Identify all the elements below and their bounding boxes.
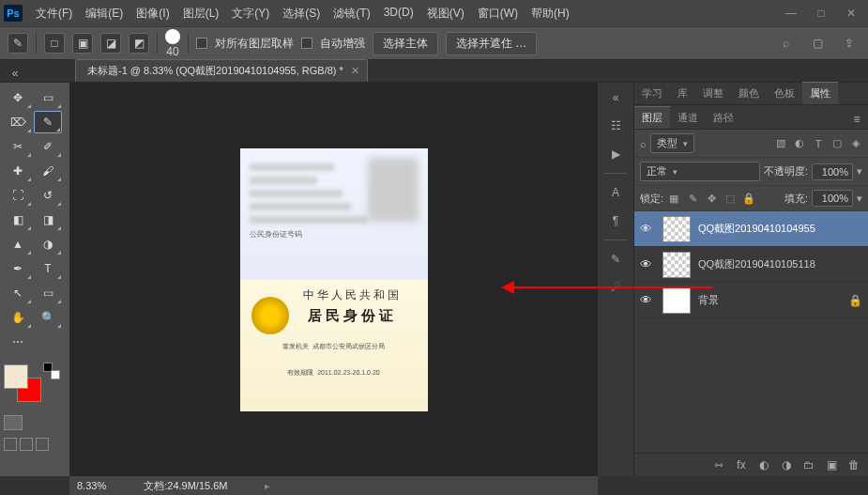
layer-thumbnail[interactable] <box>662 287 691 314</box>
shape-tool[interactable]: ▭ <box>34 282 62 304</box>
tab-learn[interactable]: 学习 <box>634 83 670 104</box>
screen-mode-3[interactable] <box>36 438 49 451</box>
visibility-icon[interactable]: 👁 <box>640 222 655 236</box>
type-tool[interactable]: T <box>34 257 62 280</box>
screen-mode-2[interactable] <box>20 438 33 451</box>
history-icon[interactable]: ☷ <box>604 116 627 135</box>
lock-artboard-icon[interactable]: ⬚ <box>723 192 737 205</box>
visibility-icon[interactable]: 👁 <box>640 293 655 307</box>
menu-layer[interactable]: 图层(L) <box>177 2 225 25</box>
collapse-panels-icon[interactable]: « <box>604 88 627 107</box>
layer-thumbnail[interactable] <box>662 216 691 242</box>
filter-shape-icon[interactable]: ▢ <box>830 137 844 150</box>
tab-channels[interactable]: 通道 <box>670 107 706 129</box>
visibility-icon[interactable]: 👁 <box>640 257 655 271</box>
filter-search-icon[interactable]: ⌕ <box>640 138 647 149</box>
blur-tool[interactable]: ▲ <box>4 233 32 255</box>
intersect-selection-icon[interactable]: ◩ <box>129 33 149 54</box>
zoom-tool[interactable]: 🔍 <box>34 306 62 329</box>
eraser-tool[interactable]: ◧ <box>4 209 32 231</box>
menu-text[interactable]: 文字(Y) <box>226 2 275 25</box>
lock-position-icon[interactable]: ✥ <box>705 192 718 205</box>
link-layers-icon[interactable]: ⇿ <box>710 457 727 472</box>
doc-tab[interactable]: 未标题-1 @ 8.33% (QQ截图20190410104955, RGB/8… <box>75 59 368 82</box>
close-button[interactable]: ✕ <box>838 4 864 23</box>
select-subject-button[interactable]: 选择主体 <box>373 32 438 55</box>
sample-all-checkbox[interactable] <box>196 38 207 49</box>
move-tool[interactable]: ✥ <box>4 86 32 109</box>
new-selection-icon[interactable]: □ <box>44 33 65 54</box>
screen-mode-1[interactable] <box>4 438 17 451</box>
maximize-button[interactable]: □ <box>808 4 834 23</box>
mask-icon[interactable]: ◐ <box>755 457 772 472</box>
filter-type-icon[interactable]: T <box>812 137 825 150</box>
marquee-tool[interactable]: ▭ <box>34 86 62 109</box>
group-icon[interactable]: 🗀 <box>800 457 817 472</box>
tab-swatches[interactable]: 色板 <box>767 83 802 104</box>
chevron-right-icon[interactable]: ▸ <box>265 480 270 492</box>
hand-tool[interactable]: ✋ <box>4 306 32 329</box>
heal-tool[interactable]: ✚ <box>4 160 32 182</box>
default-colors[interactable] <box>43 363 60 379</box>
gradient-tool[interactable]: ◨ <box>34 209 62 231</box>
lock-pixels-icon[interactable]: ✎ <box>686 192 699 205</box>
filter-smart-icon[interactable]: ◈ <box>849 137 862 150</box>
menu-3d[interactable]: 3D(D) <box>378 2 419 25</box>
filter-pixel-icon[interactable]: ▧ <box>774 137 787 150</box>
brush-tool[interactable]: 🖌 <box>34 160 62 182</box>
brush-panel-icon[interactable]: ✎ <box>604 250 627 269</box>
canvas-area[interactable]: 公民身份证号码 中华人民共和国 居民身份证 签发机关 成都市公安局武侯区分局 有… <box>69 83 598 476</box>
filter-adjustment-icon[interactable]: ◐ <box>793 137 806 150</box>
quick-select-tool[interactable]: ✎ <box>34 111 62 133</box>
panel-menu-icon[interactable]: ≡ <box>845 110 868 129</box>
opacity-input[interactable]: 100% <box>812 163 853 180</box>
crop-tool[interactable]: ✂ <box>4 135 32 158</box>
play-icon[interactable]: ▶ <box>604 145 627 163</box>
menu-edit[interactable]: 编辑(E) <box>80 2 129 25</box>
tab-paths[interactable]: 路径 <box>706 107 741 129</box>
layer-name[interactable]: QQ截图20190410105118 <box>698 257 862 271</box>
workspace-icon[interactable]: ▢ <box>806 34 829 53</box>
color-swatches[interactable] <box>4 364 41 402</box>
select-mask-button[interactable]: 选择并遮住 … <box>446 32 537 55</box>
minimize-button[interactable]: — <box>778 4 804 23</box>
menu-view[interactable]: 视图(V) <box>421 2 470 25</box>
lock-transparent-icon[interactable]: ▦ <box>667 192 680 205</box>
auto-enhance-checkbox[interactable] <box>301 38 312 49</box>
fill-input[interactable]: 100% <box>812 190 853 207</box>
close-tab-icon[interactable]: ✕ <box>351 65 359 77</box>
menu-filter[interactable]: 滤镜(T) <box>327 2 375 25</box>
lasso-tool[interactable]: ⌦ <box>4 111 32 133</box>
foreground-color[interactable] <box>4 364 28 389</box>
menu-select[interactable]: 选择(S) <box>277 2 326 25</box>
quick-mask-icon[interactable] <box>4 415 23 430</box>
add-selection-icon[interactable]: ▣ <box>72 33 93 54</box>
search-icon[interactable]: ⌕ <box>774 34 797 53</box>
lock-all-icon[interactable]: 🔒 <box>742 192 755 205</box>
brush-size-box[interactable]: 40 <box>165 29 180 58</box>
new-layer-icon[interactable]: ▣ <box>823 457 840 472</box>
zoom-level[interactable]: 8.33% <box>77 480 106 491</box>
layer-thumbnail[interactable] <box>662 252 691 278</box>
layer-row[interactable]: 👁 QQ截图20190410105118 <box>634 247 868 283</box>
character-icon[interactable]: A <box>604 183 627 202</box>
path-select-tool[interactable]: ↖ <box>4 282 32 304</box>
tab-color[interactable]: 颜色 <box>731 83 767 104</box>
toolbox-collapse-icon[interactable]: « <box>4 64 26 83</box>
tab-adjust[interactable]: 调整 <box>695 83 731 104</box>
layer-name[interactable]: QQ截图20190410104955 <box>698 222 862 236</box>
eyedropper-tool[interactable]: ✐ <box>34 135 62 158</box>
filter-type-dropdown[interactable]: 类型 <box>650 133 694 153</box>
delete-layer-icon[interactable]: 🗑 <box>845 457 862 472</box>
menu-window[interactable]: 窗口(W) <box>472 2 524 25</box>
dodge-tool[interactable]: ◑ <box>34 233 62 255</box>
adjustment-layer-icon[interactable]: ◑ <box>778 457 795 472</box>
fx-icon[interactable]: fx <box>733 457 750 472</box>
tab-library[interactable]: 库 <box>670 83 695 104</box>
stamp-tool[interactable]: ⛶ <box>4 184 32 207</box>
menu-file[interactable]: 文件(F) <box>30 2 78 25</box>
paragraph-icon[interactable]: ¶ <box>604 211 627 230</box>
menu-image[interactable]: 图像(I) <box>130 2 175 25</box>
history-brush-tool[interactable]: ↺ <box>34 184 62 207</box>
share-icon[interactable]: ⇪ <box>838 34 860 53</box>
